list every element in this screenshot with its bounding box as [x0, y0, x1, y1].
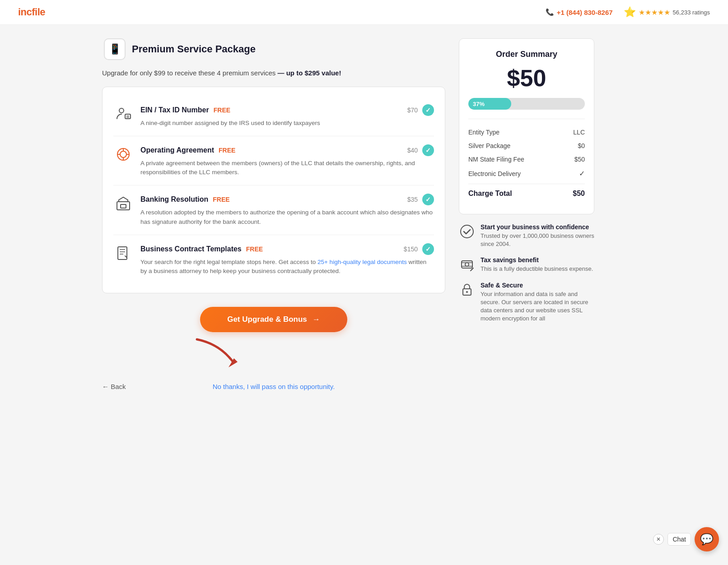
trust-tax-desc: This is a fully deductible business expe… — [481, 265, 593, 273]
svg-rect-11 — [121, 204, 126, 208]
lock-icon — [459, 282, 475, 298]
services-card: EIN / Tax ID Number FREE $70 ✓ A nine-di… — [102, 87, 445, 294]
trust-tax-content: Tax savings benefit This is a fully dedu… — [481, 256, 593, 273]
progress-bar-fill: 37% — [468, 98, 511, 110]
entity-type-label: Entity Type — [468, 129, 499, 136]
contract-title: Business Contract Templates — [140, 245, 242, 253]
back-link[interactable]: ← Back — [102, 383, 126, 390]
logo: incfile — [18, 6, 45, 18]
trust-secure-content: Safe & Secure Your information and data … — [481, 282, 594, 323]
package-header: 📱 Premium Service Package — [102, 38, 445, 60]
service-banking: Banking Resolution FREE $35 ✓ A resoluti… — [113, 185, 434, 235]
operating-title-left: Operating Agreement FREE — [140, 146, 235, 154]
trust-secure-title: Safe & Secure — [481, 282, 594, 289]
ein-icon — [113, 104, 133, 124]
filing-fee-label: NM State Filing Fee — [468, 156, 524, 163]
upgrade-text-start: Upgrade for only $99 to receive these 4 … — [102, 69, 278, 77]
trust-confidence-content: Start your business with confidence Trus… — [481, 223, 594, 248]
entity-type-value: LLC — [573, 129, 585, 136]
contract-check: ✓ — [422, 243, 434, 255]
order-rows: Entity Type LLC Silver Package $0 NM Sta… — [468, 119, 585, 203]
order-row-filing: NM State Filing Fee $50 — [468, 153, 585, 166]
star-brand-icon: ⭐ — [624, 6, 636, 18]
delivery-label: Electronic Delivery — [468, 170, 521, 177]
operating-content: Operating Agreement FREE $40 ✓ A private… — [140, 144, 434, 177]
trust-confidence: Start your business with confidence Trus… — [459, 223, 594, 248]
contract-price: $150 — [404, 245, 418, 253]
contract-desc: Your search for the right legal template… — [140, 258, 434, 276]
confidence-icon — [459, 223, 475, 240]
red-arrow-svg — [192, 335, 247, 371]
phone-icon: 📞 — [546, 8, 554, 16]
progress-bar-wrap: 37% — [468, 98, 585, 110]
operating-badge: FREE — [219, 147, 235, 154]
contract-content: Business Contract Templates FREE $150 ✓ … — [140, 243, 434, 276]
contract-badge: FREE — [246, 245, 263, 253]
upgrade-text-bold: — up to $295 value! — [278, 69, 341, 77]
upgrade-button[interactable]: Get Upgrade & Bonus → — [200, 307, 347, 332]
banking-badge: FREE — [213, 196, 229, 203]
chat-label: Chat — [667, 533, 691, 546]
stars: ★★★★★ — [639, 8, 670, 17]
phone-number: +1 (844) 830-8267 — [557, 9, 613, 16]
right-column: Order Summary $50 37% Entity Type LLC Si… — [459, 38, 594, 390]
trust-items: Start your business with confidence Trus… — [459, 223, 594, 323]
banking-desc: A resolution adopted by the members to a… — [140, 208, 434, 227]
header: incfile 📞 +1 (844) 830-8267 ⭐ ★★★★★ 56,2… — [0, 0, 728, 25]
tax-icon — [459, 256, 475, 273]
delivery-value: ✓ — [579, 169, 585, 178]
no-thanks-link[interactable]: No thanks, I will pass on this opportuni… — [213, 383, 335, 390]
operating-price: $40 — [407, 147, 418, 154]
order-summary-title: Order Summary — [468, 50, 585, 59]
package-title: Premium Service Package — [132, 43, 256, 55]
ein-desc: A nine-digit number assigned by the IRS … — [140, 119, 434, 128]
order-summary: Order Summary $50 37% Entity Type LLC Si… — [459, 38, 594, 214]
banking-title-row: Banking Resolution FREE $35 ✓ — [140, 194, 434, 205]
service-ein: EIN / Tax ID Number FREE $70 ✓ A nine-di… — [113, 96, 434, 136]
ein-check: ✓ — [422, 104, 434, 116]
action-area: ← Back Get Upgrade & Bonus → No thanks, … — [102, 307, 445, 390]
order-row-entity: Entity Type LLC — [468, 125, 585, 139]
svg-rect-18 — [462, 261, 472, 268]
svg-point-0 — [119, 108, 124, 113]
trust-confidence-desc: Trusted by over 1,000,000 business owner… — [481, 232, 594, 248]
charge-label: Charge Total — [468, 190, 512, 198]
ratings-count: 56,233 ratings — [673, 9, 710, 16]
order-price: $50 — [468, 65, 585, 92]
chat-close-button[interactable]: ✕ — [653, 534, 664, 545]
ratings: ⭐ ★★★★★ 56,233 ratings — [624, 6, 710, 18]
svg-point-19 — [465, 263, 469, 266]
svg-rect-1 — [125, 114, 131, 119]
back-label: ← Back — [102, 383, 126, 390]
logo-text: incfile — [18, 6, 45, 18]
banking-content: Banking Resolution FREE $35 ✓ A resoluti… — [140, 194, 434, 227]
banking-title-left: Banking Resolution FREE — [140, 195, 230, 204]
left-column: 📱 Premium Service Package Upgrade for on… — [102, 38, 445, 390]
banking-price: $35 — [407, 196, 418, 203]
no-thanks-label: No thanks, I will pass on this opportuni… — [213, 383, 335, 390]
order-row-delivery: Electronic Delivery ✓ — [468, 166, 585, 181]
chat-icon: 💬 — [700, 533, 714, 546]
contract-title-left: Business Contract Templates FREE — [140, 245, 263, 253]
main-content: 📱 Premium Service Package Upgrade for on… — [93, 38, 635, 390]
phone-link[interactable]: 📞 +1 (844) 830-8267 — [546, 8, 613, 16]
charge-row: Charge Total $50 — [468, 184, 585, 203]
trust-confidence-title: Start your business with confidence — [481, 223, 594, 231]
upgrade-btn-label: Get Upgrade & Bonus — [227, 315, 307, 324]
ein-price: $70 — [407, 107, 418, 114]
operating-icon — [113, 144, 133, 164]
trust-secure: Safe & Secure Your information and data … — [459, 282, 594, 323]
svg-point-5 — [120, 151, 126, 157]
filing-fee-value: $50 — [574, 156, 585, 163]
service-operating: Operating Agreement FREE $40 ✓ A private… — [113, 136, 434, 186]
contract-link[interactable]: 25+ high-quality legal documents — [317, 259, 407, 265]
upgrade-text: Upgrade for only $99 to receive these 4 … — [102, 68, 445, 79]
banking-title-right: $35 ✓ — [407, 194, 434, 205]
svg-rect-12 — [118, 247, 127, 259]
trust-tax-title: Tax savings benefit — [481, 256, 593, 264]
ein-title: EIN / Tax ID Number — [140, 106, 209, 114]
charge-value: $50 — [573, 190, 585, 198]
svg-point-23 — [466, 291, 468, 293]
banking-title: Banking Resolution — [140, 195, 208, 204]
chat-button[interactable]: 💬 — [695, 527, 719, 551]
